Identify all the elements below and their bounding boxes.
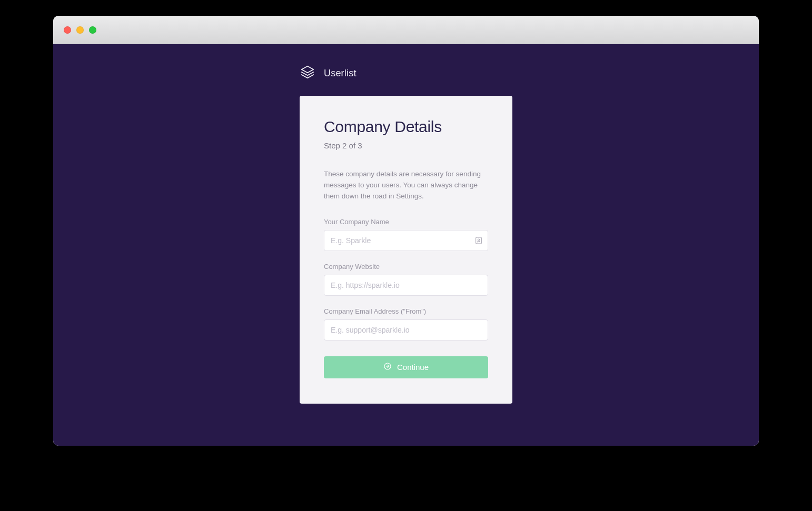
window-close-button[interactable]	[64, 26, 71, 34]
company-email-input[interactable]	[324, 319, 488, 340]
browser-window: Userlist Company Details Step 2 of 3 The…	[53, 16, 759, 446]
brand-header: Userlist	[300, 64, 512, 82]
arrow-right-circle-icon	[383, 362, 392, 372]
contact-card-icon	[474, 236, 483, 245]
continue-button-label: Continue	[397, 363, 429, 372]
company-website-label: Company Website	[324, 263, 488, 270]
company-name-input[interactable]	[324, 230, 488, 251]
svg-point-1	[478, 239, 479, 241]
continue-button[interactable]: Continue	[324, 356, 488, 378]
onboarding-card: Company Details Step 2 of 3 These compan…	[300, 96, 512, 404]
company-name-label: Your Company Name	[324, 218, 488, 226]
layers-icon	[300, 64, 315, 82]
window-minimize-button[interactable]	[76, 26, 84, 34]
company-website-field: Company Website	[324, 263, 488, 296]
company-website-input[interactable]	[324, 275, 488, 296]
company-email-label: Company Email Address ("From")	[324, 307, 488, 315]
step-indicator: Step 2 of 3	[324, 141, 488, 150]
window-zoom-button[interactable]	[89, 26, 96, 34]
brand-name: Userlist	[324, 68, 357, 79]
window-titlebar	[53, 16, 759, 44]
app-viewport: Userlist Company Details Step 2 of 3 The…	[53, 44, 759, 446]
company-email-field: Company Email Address ("From")	[324, 307, 488, 340]
card-title: Company Details	[324, 118, 488, 136]
company-name-field: Your Company Name	[324, 218, 488, 251]
card-description: These company details are necessary for …	[324, 169, 488, 202]
